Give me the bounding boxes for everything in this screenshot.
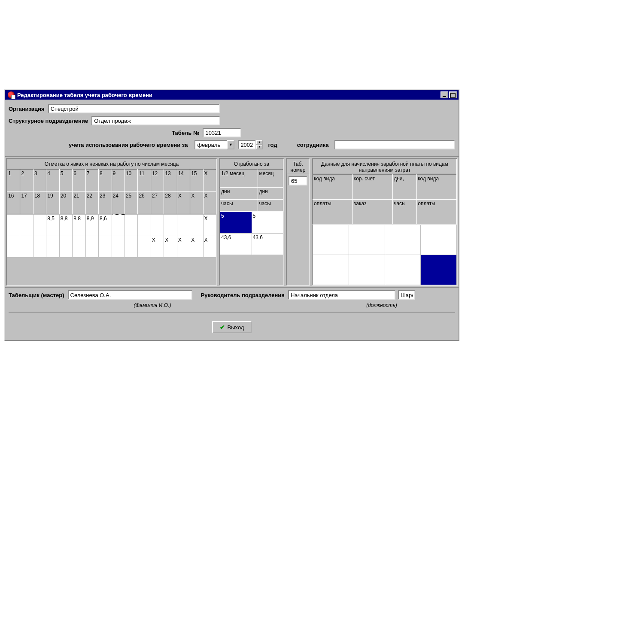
- pay-cell[interactable]: [349, 225, 385, 255]
- attendance-cell[interactable]: [112, 236, 125, 258]
- attendance-cell[interactable]: X: [190, 236, 203, 258]
- pay-hdr: код вида: [417, 175, 457, 200]
- day-header-cell: 24: [112, 192, 125, 214]
- pay-cell[interactable]: [385, 225, 421, 255]
- attendance-cell[interactable]: [20, 236, 33, 258]
- pay-cell[interactable]: [313, 255, 349, 285]
- main-window: Редактирование табеля учета рабочего вре…: [4, 89, 459, 341]
- day-header-cell: 13: [164, 170, 177, 192]
- maximize-button[interactable]: [449, 91, 457, 98]
- day-header-cell: X: [190, 192, 203, 214]
- clerk-hint: (Фамилия И.О.): [90, 302, 215, 308]
- worked-panel: Отработано за 1/2 месяц месяц дни дни ча…: [219, 158, 284, 286]
- pay-cell[interactable]: [313, 225, 349, 255]
- day-header-cell: 15: [190, 170, 203, 192]
- tabno-input[interactable]: [289, 176, 307, 185]
- pay-cell-selected[interactable]: [421, 255, 457, 285]
- attendance-cell[interactable]: [46, 236, 59, 258]
- year-input[interactable]: [238, 140, 256, 149]
- attendance-cell[interactable]: [138, 215, 151, 236]
- payroll-header: Данные для начисления заработной платы п…: [313, 159, 457, 174]
- half-hours-cell[interactable]: 43,6: [220, 234, 252, 255]
- minimize-button[interactable]: [440, 91, 448, 98]
- spin-down-icon[interactable]: ▼: [256, 145, 263, 149]
- attendance-cell[interactable]: [125, 236, 137, 258]
- attendance-cell[interactable]: X: [203, 215, 216, 236]
- pay-cell[interactable]: [349, 255, 385, 285]
- attendance-header: Отметка о явках и неявках на работу по ч…: [7, 159, 216, 169]
- attendance-cell[interactable]: 8,6: [99, 215, 112, 236]
- day-header-cell: 18: [33, 192, 46, 214]
- month-hours-cell[interactable]: 43,6: [252, 234, 283, 255]
- clerk-input[interactable]: [68, 290, 192, 300]
- pay-hdr: оплаты: [313, 200, 353, 225]
- day-header-cell: 16: [7, 192, 20, 214]
- attendance-cell[interactable]: 8,5: [46, 215, 59, 236]
- attendance-cell[interactable]: [20, 215, 33, 236]
- month-combo[interactable]: ▼: [194, 140, 234, 149]
- attendance-cell[interactable]: [99, 236, 112, 258]
- spin-up-icon[interactable]: ▲: [256, 140, 263, 145]
- attendance-cell[interactable]: [151, 215, 164, 236]
- exit-label: Выход: [228, 324, 244, 331]
- day-header-cell: 23: [99, 192, 112, 214]
- attendance-cell[interactable]: [138, 236, 151, 258]
- day-header-cell: 27: [151, 192, 164, 214]
- head-name-input[interactable]: [398, 290, 415, 300]
- half-days-cell[interactable]: 5: [220, 212, 252, 234]
- day-header-cell: 21: [73, 192, 85, 214]
- attendance-cell[interactable]: [33, 236, 46, 258]
- attendance-cell[interactable]: X: [203, 236, 216, 258]
- day-header-cell: 4: [46, 170, 59, 192]
- dept-input[interactable]: [91, 116, 220, 125]
- attendance-cell[interactable]: [112, 215, 125, 236]
- day-header-cell: 7: [85, 170, 98, 192]
- head-pos-hint: (должность): [328, 302, 435, 308]
- pay-hdr: оплаты: [417, 200, 457, 225]
- attendance-cell[interactable]: X: [177, 236, 190, 258]
- day-header-cell: 22: [85, 192, 98, 214]
- month-label: месяц: [258, 170, 283, 188]
- day-header-cell: X: [203, 170, 216, 192]
- attendance-cell[interactable]: X: [151, 236, 164, 258]
- period-prefix: учета использования рабочего времени за: [69, 142, 188, 148]
- check-icon: ✔: [220, 324, 225, 331]
- hours-label: часы: [220, 200, 258, 212]
- org-label: Организация: [9, 106, 45, 112]
- chevron-down-icon[interactable]: ▼: [227, 140, 234, 149]
- attendance-cell[interactable]: [59, 236, 72, 258]
- attendance-cell[interactable]: 8,8: [73, 215, 85, 236]
- day-header-cell: 6: [73, 170, 85, 192]
- attendance-cell[interactable]: [33, 215, 46, 236]
- attendance-cell[interactable]: [177, 215, 190, 236]
- month-days-cell[interactable]: 5: [252, 212, 283, 234]
- attendance-cell[interactable]: [85, 236, 98, 258]
- head-pos-input[interactable]: [288, 290, 395, 300]
- year-spinner[interactable]: ▲ ▼: [238, 140, 263, 149]
- attendance-cell[interactable]: [7, 236, 20, 258]
- tabelno-label: Табель №: [172, 130, 199, 136]
- month-input[interactable]: [194, 140, 227, 149]
- worked-header: Отработано за: [220, 159, 283, 169]
- attendance-cell[interactable]: [190, 215, 203, 236]
- attendance-cell[interactable]: [164, 215, 177, 236]
- pay-cell[interactable]: [385, 255, 421, 285]
- day-header-cell: 10: [125, 170, 137, 192]
- day-header-cell: 11: [138, 170, 151, 192]
- exit-button[interactable]: ✔ Выход: [212, 321, 252, 333]
- dept-label: Структурное подразделение: [9, 118, 88, 124]
- attendance-cell[interactable]: 8,8: [59, 215, 72, 236]
- tabno-panel: Таб. номер: [286, 158, 310, 286]
- attendance-cell[interactable]: X: [164, 236, 177, 258]
- attendance-cell[interactable]: [7, 215, 20, 236]
- attendance-cell[interactable]: [125, 215, 137, 236]
- attendance-cell[interactable]: 8,9: [85, 215, 98, 236]
- attendance-cell[interactable]: [73, 236, 85, 258]
- employee-input[interactable]: [334, 140, 455, 149]
- org-input[interactable]: [48, 104, 220, 113]
- day-header-cell: 26: [138, 192, 151, 214]
- pay-hdr: кор. счет: [352, 175, 392, 200]
- day-header-cell: 19: [46, 192, 59, 214]
- tabelno-input[interactable]: [203, 128, 241, 137]
- pay-cell[interactable]: [421, 225, 457, 255]
